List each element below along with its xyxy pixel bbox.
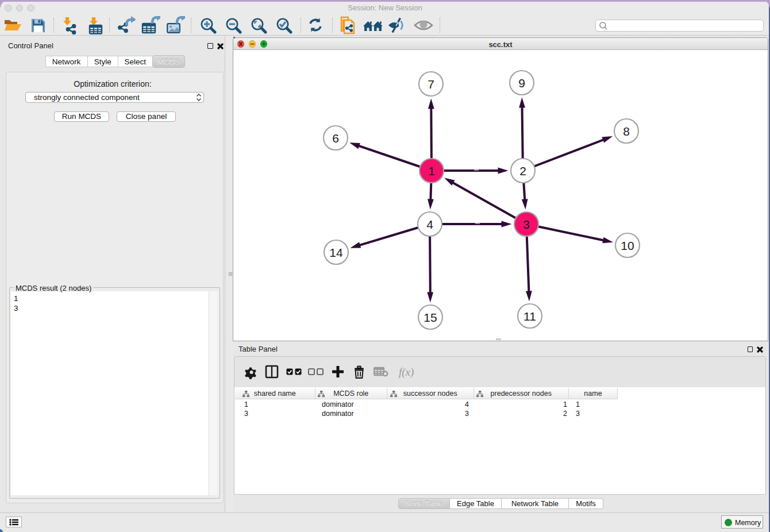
svg-text:7: 7 bbox=[428, 78, 434, 91]
svg-text:1: 1 bbox=[428, 164, 435, 178]
svg-text:6: 6 bbox=[332, 132, 339, 145]
svg-text:10: 10 bbox=[621, 239, 634, 252]
svg-text:11: 11 bbox=[523, 310, 536, 323]
svg-text:8: 8 bbox=[623, 125, 630, 138]
svg-text:3: 3 bbox=[523, 218, 530, 231]
svg-text:9: 9 bbox=[518, 76, 525, 90]
svg-text:14: 14 bbox=[329, 246, 343, 259]
svg-text:4: 4 bbox=[426, 218, 433, 231]
svg-text:15: 15 bbox=[424, 311, 437, 324]
svg-text:2: 2 bbox=[519, 164, 526, 178]
